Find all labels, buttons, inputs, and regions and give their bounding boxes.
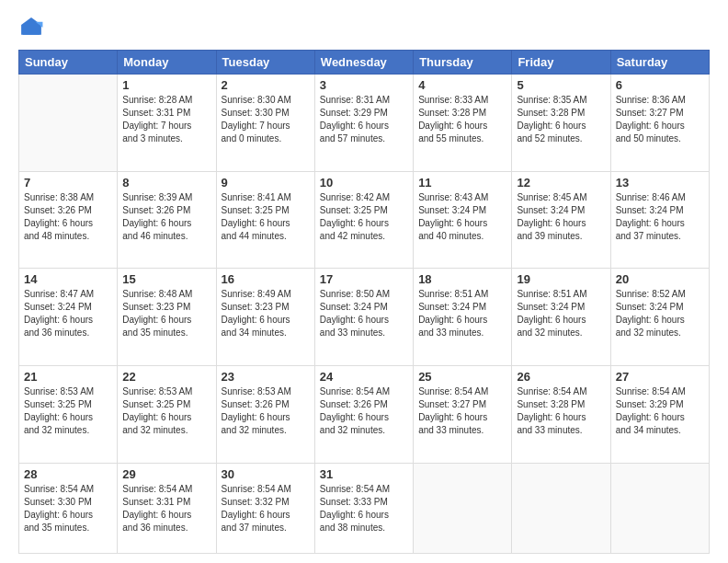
- calendar-cell: 6Sunrise: 8:36 AM Sunset: 3:27 PM Daylig…: [610, 75, 709, 172]
- day-of-week-header: Saturday: [610, 51, 709, 75]
- day-number: 29: [122, 467, 210, 481]
- day-of-week-header: Tuesday: [216, 51, 314, 75]
- calendar-cell: 3Sunrise: 8:31 AM Sunset: 3:29 PM Daylig…: [314, 75, 413, 172]
- day-info: Sunrise: 8:52 AM Sunset: 3:24 PM Dayligh…: [616, 288, 704, 339]
- calendar-cell: 11Sunrise: 8:43 AM Sunset: 3:24 PM Dayli…: [414, 171, 512, 269]
- calendar-cell: 13Sunrise: 8:46 AM Sunset: 3:24 PM Dayli…: [610, 171, 709, 269]
- day-info: Sunrise: 8:47 AM Sunset: 3:24 PM Dayligh…: [24, 288, 112, 339]
- day-number: 3: [320, 78, 408, 92]
- day-number: 25: [418, 370, 506, 384]
- day-of-week-header: Sunday: [19, 51, 118, 75]
- day-info: Sunrise: 8:39 AM Sunset: 3:26 PM Dayligh…: [122, 191, 210, 243]
- calendar-cell: 16Sunrise: 8:49 AM Sunset: 3:23 PM Dayli…: [216, 269, 314, 366]
- day-number: 24: [320, 370, 408, 384]
- day-info: Sunrise: 8:53 AM Sunset: 3:26 PM Dayligh…: [222, 385, 310, 437]
- logo: [18, 15, 48, 40]
- calendar-cell: 9Sunrise: 8:41 AM Sunset: 3:25 PM Daylig…: [216, 171, 314, 269]
- calendar-cell: 23Sunrise: 8:53 AM Sunset: 3:26 PM Dayli…: [216, 365, 314, 463]
- day-info: Sunrise: 8:53 AM Sunset: 3:25 PM Dayligh…: [24, 385, 112, 437]
- day-info: Sunrise: 8:31 AM Sunset: 3:29 PM Dayligh…: [320, 94, 408, 145]
- calendar-cell: 1Sunrise: 8:28 AM Sunset: 3:31 PM Daylig…: [118, 75, 216, 172]
- calendar-cell: 18Sunrise: 8:51 AM Sunset: 3:24 PM Dayli…: [414, 269, 512, 366]
- day-info: Sunrise: 8:54 AM Sunset: 3:32 PM Dayligh…: [222, 483, 310, 534]
- day-number: 28: [24, 467, 112, 481]
- day-info: Sunrise: 8:33 AM Sunset: 3:28 PM Dayligh…: [418, 94, 506, 145]
- day-info: Sunrise: 8:54 AM Sunset: 3:29 PM Dayligh…: [616, 385, 704, 437]
- calendar-cell: 4Sunrise: 8:33 AM Sunset: 3:28 PM Daylig…: [414, 75, 512, 172]
- calendar-cell: 14Sunrise: 8:47 AM Sunset: 3:24 PM Dayli…: [19, 269, 118, 366]
- day-number: 18: [418, 272, 506, 286]
- day-number: 20: [616, 272, 704, 286]
- day-info: Sunrise: 8:54 AM Sunset: 3:27 PM Dayligh…: [418, 385, 506, 437]
- calendar-cell: 12Sunrise: 8:45 AM Sunset: 3:24 PM Dayli…: [512, 171, 610, 269]
- calendar-cell: [512, 463, 610, 554]
- day-info: Sunrise: 8:43 AM Sunset: 3:24 PM Dayligh…: [418, 191, 506, 243]
- day-number: 19: [517, 272, 605, 286]
- day-info: Sunrise: 8:54 AM Sunset: 3:28 PM Dayligh…: [517, 385, 605, 437]
- calendar-cell: 22Sunrise: 8:53 AM Sunset: 3:25 PM Dayli…: [118, 365, 216, 463]
- calendar-cell: 5Sunrise: 8:35 AM Sunset: 3:28 PM Daylig…: [512, 75, 610, 172]
- calendar-cell: 26Sunrise: 8:54 AM Sunset: 3:28 PM Dayli…: [512, 365, 610, 463]
- calendar-cell: [610, 463, 709, 554]
- day-of-week-header: Friday: [512, 51, 610, 75]
- day-number: 9: [222, 176, 310, 190]
- day-number: 22: [122, 370, 210, 384]
- calendar-week-row: 21Sunrise: 8:53 AM Sunset: 3:25 PM Dayli…: [19, 365, 710, 463]
- calendar-cell: 25Sunrise: 8:54 AM Sunset: 3:27 PM Dayli…: [414, 365, 512, 463]
- calendar-cell: 15Sunrise: 8:48 AM Sunset: 3:23 PM Dayli…: [118, 269, 216, 366]
- day-number: 11: [418, 176, 506, 190]
- day-info: Sunrise: 8:38 AM Sunset: 3:26 PM Dayligh…: [24, 191, 112, 243]
- day-number: 21: [24, 370, 112, 384]
- day-of-week-header: Thursday: [414, 51, 512, 75]
- calendar-cell: 21Sunrise: 8:53 AM Sunset: 3:25 PM Dayli…: [19, 365, 118, 463]
- day-info: Sunrise: 8:54 AM Sunset: 3:30 PM Dayligh…: [24, 483, 112, 534]
- day-number: 1: [122, 78, 210, 92]
- day-info: Sunrise: 8:49 AM Sunset: 3:23 PM Dayligh…: [222, 288, 310, 339]
- day-info: Sunrise: 8:51 AM Sunset: 3:24 PM Dayligh…: [517, 288, 605, 339]
- calendar-cell: [19, 75, 118, 172]
- day-info: Sunrise: 8:45 AM Sunset: 3:24 PM Dayligh…: [517, 191, 605, 243]
- page: SundayMondayTuesdayWednesdayThursdayFrid…: [0, 0, 728, 563]
- day-info: Sunrise: 8:36 AM Sunset: 3:27 PM Dayligh…: [616, 94, 704, 145]
- day-number: 31: [320, 467, 408, 481]
- calendar-cell: 30Sunrise: 8:54 AM Sunset: 3:32 PM Dayli…: [216, 463, 314, 554]
- calendar-cell: 27Sunrise: 8:54 AM Sunset: 3:29 PM Dayli…: [610, 365, 709, 463]
- calendar: SundayMondayTuesdayWednesdayThursdayFrid…: [18, 50, 710, 554]
- header: [18, 15, 710, 40]
- logo-icon: [18, 15, 44, 40]
- day-info: Sunrise: 8:42 AM Sunset: 3:25 PM Dayligh…: [320, 191, 408, 243]
- day-info: Sunrise: 8:35 AM Sunset: 3:28 PM Dayligh…: [517, 94, 605, 145]
- day-number: 14: [24, 272, 112, 286]
- day-number: 5: [517, 78, 605, 92]
- day-number: 17: [320, 272, 408, 286]
- calendar-cell: 31Sunrise: 8:54 AM Sunset: 3:33 PM Dayli…: [314, 463, 413, 554]
- day-number: 4: [418, 78, 506, 92]
- day-number: 13: [616, 176, 704, 190]
- day-number: 23: [222, 370, 310, 384]
- calendar-week-row: 28Sunrise: 8:54 AM Sunset: 3:30 PM Dayli…: [19, 463, 710, 554]
- day-info: Sunrise: 8:46 AM Sunset: 3:24 PM Dayligh…: [616, 191, 704, 243]
- calendar-week-row: 7Sunrise: 8:38 AM Sunset: 3:26 PM Daylig…: [19, 171, 710, 269]
- day-number: 8: [122, 176, 210, 190]
- calendar-cell: 28Sunrise: 8:54 AM Sunset: 3:30 PM Dayli…: [19, 463, 118, 554]
- calendar-cell: 8Sunrise: 8:39 AM Sunset: 3:26 PM Daylig…: [118, 171, 216, 269]
- calendar-cell: 19Sunrise: 8:51 AM Sunset: 3:24 PM Dayli…: [512, 269, 610, 366]
- day-number: 27: [616, 370, 704, 384]
- day-number: 2: [222, 78, 310, 92]
- calendar-cell: 29Sunrise: 8:54 AM Sunset: 3:31 PM Dayli…: [118, 463, 216, 554]
- day-info: Sunrise: 8:53 AM Sunset: 3:25 PM Dayligh…: [122, 385, 210, 437]
- day-number: 6: [616, 78, 704, 92]
- day-number: 15: [122, 272, 210, 286]
- day-info: Sunrise: 8:54 AM Sunset: 3:26 PM Dayligh…: [320, 385, 408, 437]
- day-info: Sunrise: 8:41 AM Sunset: 3:25 PM Dayligh…: [222, 191, 310, 243]
- day-info: Sunrise: 8:54 AM Sunset: 3:31 PM Dayligh…: [122, 483, 210, 534]
- calendar-cell: [414, 463, 512, 554]
- day-of-week-header: Wednesday: [314, 51, 413, 75]
- calendar-week-row: 14Sunrise: 8:47 AM Sunset: 3:24 PM Dayli…: [19, 269, 710, 366]
- day-number: 26: [517, 370, 605, 384]
- calendar-cell: 10Sunrise: 8:42 AM Sunset: 3:25 PM Dayli…: [314, 171, 413, 269]
- svg-rect-2: [23, 25, 40, 35]
- day-info: Sunrise: 8:30 AM Sunset: 3:30 PM Dayligh…: [222, 94, 310, 145]
- calendar-cell: 20Sunrise: 8:52 AM Sunset: 3:24 PM Dayli…: [610, 269, 709, 366]
- day-number: 30: [222, 467, 310, 481]
